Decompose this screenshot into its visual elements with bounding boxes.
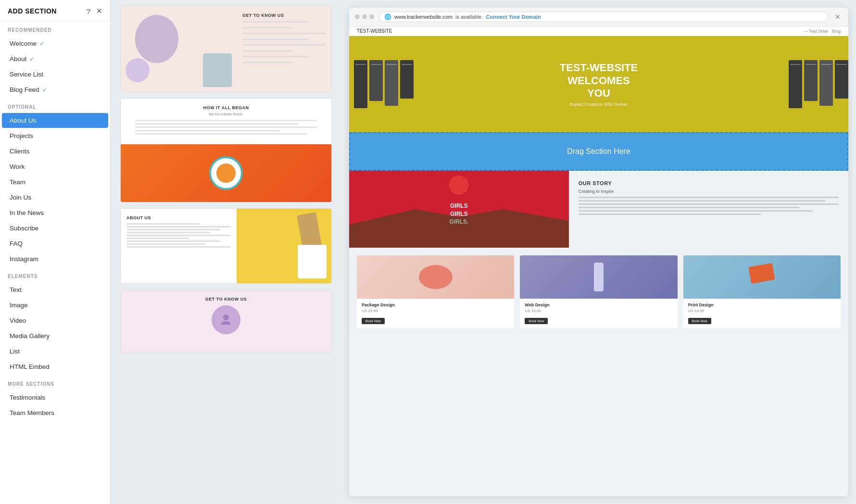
sidebar-item-about[interactable]: About ✓ bbox=[2, 51, 108, 66]
portfolio-btn-1[interactable]: Book Now bbox=[362, 318, 385, 324]
section-preview-panel: GET TO KNOW US HOW IT ALL BEGAN We Are a… bbox=[111, 0, 341, 504]
blogfeed-check: ✓ bbox=[42, 87, 47, 93]
sidebar-item-instagram[interactable]: Instagram bbox=[2, 252, 108, 266]
site-hero: TEST-WEBSITEWELCOMESYOU Expect Creations… bbox=[349, 36, 848, 132]
welcome-check: ✓ bbox=[39, 40, 44, 47]
card3-line3 bbox=[126, 229, 220, 230]
portfolio-grid: Package Design US 19.99 Book Now Web Des… bbox=[357, 255, 841, 328]
sidebar-item-testimonials[interactable]: Testimonials bbox=[2, 390, 108, 405]
site-nav-link-2[interactable]: Blog bbox=[832, 29, 841, 34]
browser-bar: 🌐 www.trackerwebsite.com is available. C… bbox=[349, 8, 848, 26]
panel-title: ADD SECTION bbox=[8, 7, 57, 15]
card3-line4 bbox=[126, 232, 210, 233]
card2-subtitle: We Are a Better Brand. bbox=[130, 113, 322, 116]
portfolio-title-1: Package Design bbox=[362, 302, 509, 307]
preview-card-how-it-began[interactable]: HOW IT ALL BEGAN We Are a Better Brand. bbox=[120, 98, 332, 202]
portfolio-img-2 bbox=[520, 255, 677, 299]
portfolio-price-2: US 19.99 bbox=[525, 309, 672, 313]
card3-title: ABOUT US bbox=[126, 215, 231, 220]
sidebar-item-text[interactable]: Text bbox=[2, 282, 108, 297]
our-story-title: OUR STORY bbox=[579, 180, 839, 186]
sidebar-item-image[interactable]: Image bbox=[2, 298, 108, 313]
card2-top: HOW IT ALL BEGAN We Are a Better Brand. bbox=[121, 99, 331, 144]
svg-point-0 bbox=[223, 315, 229, 320]
crsn-box-image bbox=[749, 263, 775, 284]
close-icon[interactable]: ✕ bbox=[96, 7, 102, 15]
book-2 bbox=[369, 60, 383, 101]
sidebar-item-welcome[interactable]: Welcome ✓ bbox=[2, 36, 108, 51]
card2-line5 bbox=[135, 133, 308, 135]
card3-line7 bbox=[126, 240, 220, 242]
portfolio-img-3 bbox=[683, 255, 841, 299]
card4-title: GET TO KNOW US bbox=[205, 297, 247, 302]
sidebar-item-team[interactable]: Team bbox=[2, 175, 108, 189]
our-story-text: OUR STORY Creating to Inspire bbox=[569, 171, 848, 248]
add-section-panel: ADD SECTION ? ✕ RECOMMENDED Welcome ✓ Ab… bbox=[0, 0, 111, 504]
browser-dot-1 bbox=[355, 14, 360, 19]
browser-connect-link[interactable]: Connect Your Domain bbox=[486, 14, 541, 20]
preview-card-get-to-know-us-2[interactable]: GET TO KNOW US bbox=[120, 290, 332, 353]
portfolio-price-1: US 19.99 bbox=[362, 309, 509, 313]
panel-header: ADD SECTION ? ✕ bbox=[0, 0, 110, 21]
story-line1 bbox=[579, 197, 839, 198]
book-r1 bbox=[789, 60, 802, 108]
card3-line9 bbox=[126, 246, 231, 248]
sidebar-item-about-us[interactable]: About Us bbox=[2, 113, 108, 128]
sidebar-item-team-members[interactable]: Team Members bbox=[2, 405, 108, 420]
sidebar-item-video[interactable]: Video bbox=[2, 313, 108, 328]
sidebar-item-work[interactable]: Work bbox=[2, 159, 108, 174]
sidebar-item-subscribe[interactable]: Subscribe bbox=[2, 221, 108, 236]
book-r2 bbox=[804, 60, 818, 101]
sidebar-item-blog-feed[interactable]: Blog Feed ✓ bbox=[2, 82, 108, 97]
card2-line1 bbox=[135, 120, 317, 121]
card3-lines bbox=[126, 223, 231, 248]
card3-image bbox=[237, 209, 331, 283]
story-line3 bbox=[579, 203, 839, 205]
portfolio-section: Package Design US 19.99 Book Now Web Des… bbox=[349, 248, 848, 336]
story-line2 bbox=[579, 200, 826, 202]
card1-content: GET TO KNOW US bbox=[121, 5, 331, 92]
card1-line2 bbox=[242, 27, 292, 28]
our-story-lines bbox=[579, 197, 839, 215]
preview-card-about-us[interactable]: ABOUT US bbox=[120, 208, 332, 284]
site-nav-links: — Test Drive Blog bbox=[804, 29, 841, 34]
drag-section-area[interactable]: Drag Section Here bbox=[349, 132, 848, 171]
sidebar-item-list[interactable]: List bbox=[2, 344, 108, 359]
browser-dots bbox=[355, 14, 374, 19]
site-nav-title: TEST-WEBSITE bbox=[357, 28, 392, 34]
sidebar-item-media-gallery[interactable]: Media Gallery bbox=[2, 328, 108, 343]
book-stack bbox=[349, 60, 414, 108]
sidebar-item-clients[interactable]: Clients bbox=[2, 144, 108, 159]
book-4 bbox=[400, 60, 414, 99]
preview-card-get-to-know-us[interactable]: GET TO KNOW US bbox=[120, 5, 332, 92]
portfolio-btn-3[interactable]: Book Now bbox=[688, 318, 711, 324]
sidebar-item-projects[interactable]: Projects bbox=[2, 128, 108, 143]
sidebar-item-faq[interactable]: FAQ bbox=[2, 236, 108, 251]
our-story-subtitle: Creating to Inspire bbox=[579, 189, 839, 194]
browser-dot-3 bbox=[369, 14, 374, 19]
help-icon[interactable]: ? bbox=[87, 7, 90, 15]
card3-line1 bbox=[126, 223, 200, 225]
site-nav-link-1[interactable]: — Test Drive bbox=[804, 29, 828, 34]
sidebar-item-service-list[interactable]: Service List bbox=[2, 67, 108, 82]
hero-books-right bbox=[649, 36, 848, 132]
card1-title: GET TO KNOW US bbox=[242, 13, 326, 18]
sidebar-item-in-the-news[interactable]: In the News bbox=[2, 205, 108, 220]
book-r3 bbox=[819, 60, 833, 106]
card1-tertiary-image bbox=[126, 58, 150, 82]
portfolio-btn-2[interactable]: Book Now bbox=[525, 318, 548, 324]
sidebar-item-html-embed[interactable]: HTML Embed bbox=[2, 359, 108, 374]
about-check: ✓ bbox=[29, 56, 34, 63]
browser-content: TEST-WEBSITE — Test Drive Blog bbox=[349, 26, 848, 496]
portfolio-price-3: US 19.99 bbox=[688, 309, 836, 313]
card3-line2 bbox=[126, 226, 231, 227]
elements-label: ELEMENTS bbox=[0, 267, 110, 282]
card2-line2 bbox=[135, 123, 299, 125]
card3-line8 bbox=[126, 243, 205, 245]
portfolio-info-2: Web Design US 19.99 Book Now bbox=[520, 299, 677, 328]
browser-close-button[interactable]: ✕ bbox=[833, 13, 843, 21]
card1-line3 bbox=[242, 33, 326, 34]
sidebar-item-join-us[interactable]: Join Us bbox=[2, 190, 108, 205]
card1-line8 bbox=[242, 62, 292, 63]
card2-title: HOW IT ALL BEGAN bbox=[130, 105, 322, 110]
